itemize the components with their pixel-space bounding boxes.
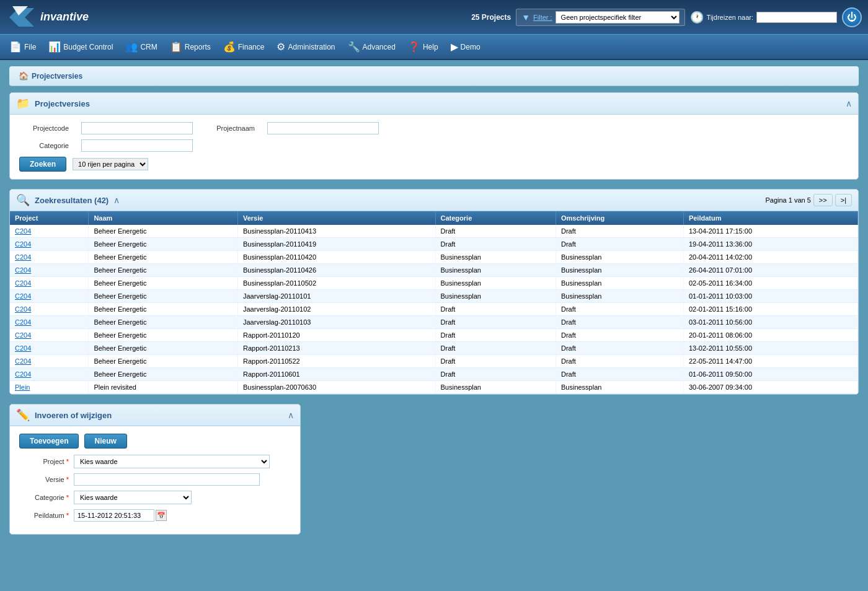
edit-versie-input[interactable]	[74, 473, 260, 486]
nav-label-reports: Reports	[185, 43, 211, 51]
nav-label-demo: Demo	[461, 43, 480, 51]
results-panel-icon: 🔍	[16, 193, 30, 207]
search-panel-title: Projectversies	[35, 99, 90, 108]
nav-label-finance: Finance	[238, 43, 265, 51]
filter-area: ▼ Filter : Geen projectspecifiek filter	[516, 9, 684, 26]
categorie-input[interactable]	[81, 139, 193, 152]
edit-panel-body: Toevoegen Nieuw Project * Kies waarde Ve…	[10, 426, 300, 534]
table-row: Plein Plein revisited Businessplan-20070…	[10, 381, 858, 394]
rows-per-page-select[interactable]: 10 rijen per pagina	[73, 158, 148, 170]
nav-label-file: File	[24, 43, 36, 51]
edit-peildatum-label: Peildatum *	[19, 512, 69, 519]
nav-item-finance[interactable]: 💰 Finance	[217, 38, 271, 56]
search-panel-collapse[interactable]: ∧	[846, 98, 852, 108]
cell-project[interactable]: C204	[10, 238, 89, 251]
table-row: C204 Beheer Energetic Rapport-20110213 D…	[10, 342, 858, 355]
edit-peildatum-input[interactable]	[74, 509, 154, 522]
cell-project[interactable]: C204	[10, 277, 89, 290]
cell-categorie: Draft	[435, 368, 556, 381]
new-button[interactable]: Nieuw	[84, 434, 127, 449]
logo-area: invantive	[6, 5, 89, 30]
cell-omschrijving: Draft	[556, 355, 683, 368]
projectcode-label: Projectcode	[19, 125, 69, 132]
cell-peildatum: 26-04-2011 07:01:00	[683, 264, 857, 277]
cell-categorie: Draft	[435, 355, 556, 368]
form-row-categorie: Categorie	[19, 139, 849, 152]
home-icon: 🏠	[19, 71, 29, 81]
table-row: C204 Beheer Energetic Rapport-20110522 D…	[10, 355, 858, 368]
edit-panel-collapse[interactable]: ∧	[288, 410, 294, 420]
results-table-container: Project Naam Versie Categorie Omschrijvi…	[10, 211, 858, 394]
cell-categorie: Businessplan	[435, 277, 556, 290]
col-naam: Naam	[89, 211, 238, 225]
cell-project[interactable]: C204	[10, 251, 89, 264]
tijdreizen-area: 🕐 Tijdreizen naar:	[690, 11, 837, 24]
results-panel-collapse[interactable]: ∧	[113, 195, 120, 205]
table-row: C204 Beheer Energetic Rapport-20110601 D…	[10, 368, 858, 381]
edit-versie-label: Versie *	[19, 476, 69, 483]
cell-categorie: Draft	[435, 303, 556, 316]
cell-naam: Beheer Energetic	[89, 368, 238, 381]
next-page-button[interactable]: >>	[813, 194, 833, 206]
cell-project[interactable]: C204	[10, 368, 89, 381]
edit-row-versie: Versie *	[19, 473, 291, 486]
search-button[interactable]: Zoeken	[19, 157, 66, 172]
cell-categorie: Businessplan	[435, 251, 556, 264]
cell-omschrijving: Draft	[556, 238, 683, 251]
nav-item-help[interactable]: ❓ Help	[402, 38, 445, 56]
cell-project[interactable]: C204	[10, 355, 89, 368]
col-project: Project	[10, 211, 89, 225]
cell-peildatum: 01-01-2011 10:03:00	[683, 290, 857, 303]
projectcode-input[interactable]	[81, 122, 193, 134]
cell-project[interactable]: C204	[10, 225, 89, 238]
cell-project[interactable]: C204	[10, 264, 89, 277]
edit-project-select[interactable]: Kies waarde	[74, 455, 270, 468]
edit-categorie-select[interactable]: Kies waarde	[74, 491, 192, 504]
cell-omschrijving: Draft	[556, 368, 683, 381]
calendar-icon[interactable]: 📅	[156, 510, 167, 521]
search-panel-header: 📁 Projectversies ∧	[10, 93, 858, 115]
edit-panel-title: Invoeren of wijzigen	[35, 411, 112, 420]
cell-naam: Beheer Energetic	[89, 303, 238, 316]
filter-select[interactable]: Geen projectspecifiek filter	[556, 11, 680, 24]
cell-peildatum: 03-01-2011 10:56:00	[683, 316, 857, 329]
nav-item-administration[interactable]: ⚙ Administration	[270, 38, 341, 56]
nav-item-demo[interactable]: ▶ Demo	[445, 38, 487, 56]
projectnaam-input[interactable]	[267, 122, 379, 134]
table-row: C204 Beheer Energetic Businessplan-20110…	[10, 251, 858, 264]
cell-project[interactable]: Plein	[10, 381, 89, 394]
nav-item-reports[interactable]: 📋 Reports	[164, 38, 217, 56]
cell-project[interactable]: C204	[10, 342, 89, 355]
nav-item-budget-control[interactable]: 📊 Budget Control	[42, 38, 119, 56]
results-table: Project Naam Versie Categorie Omschrijvi…	[10, 211, 858, 394]
cell-peildatum: 30-06-2007 09:34:00	[683, 381, 857, 394]
col-versie: Versie	[237, 211, 435, 225]
edit-project-label: Project *	[19, 458, 69, 465]
last-page-button[interactable]: >|	[835, 194, 852, 206]
add-button[interactable]: Toevoegen	[19, 434, 79, 449]
power-button[interactable]: ⏻	[842, 7, 862, 27]
tijdreizen-input[interactable]	[756, 12, 837, 23]
cell-project[interactable]: C204	[10, 303, 89, 316]
table-row: C204 Beheer Energetic Businessplan-20110…	[10, 225, 858, 238]
nav-item-file[interactable]: 📄 File	[3, 38, 42, 56]
cell-versie: Rapport-20110120	[237, 329, 435, 342]
col-categorie: Categorie	[435, 211, 556, 225]
nav-item-advanced[interactable]: 🔧 Advanced	[342, 38, 402, 56]
filter-link[interactable]: Filter :	[533, 14, 552, 21]
cell-categorie: Businessplan	[435, 264, 556, 277]
cell-versie: Jaarverslag-20110102	[237, 303, 435, 316]
cell-peildatum: 20-01-2011 08:06:00	[683, 329, 857, 342]
cell-peildatum: 13-02-2011 10:55:00	[683, 342, 857, 355]
cell-versie: Businessplan-20110413	[237, 225, 435, 238]
cell-naam: Beheer Energetic	[89, 238, 238, 251]
cell-categorie: Draft	[435, 329, 556, 342]
budget-icon: 📊	[48, 41, 61, 53]
col-omschrijving: Omschrijving	[556, 211, 683, 225]
cell-versie: Businessplan-20110502	[237, 277, 435, 290]
edit-panel-header: ✏️ Invoeren of wijzigen ∧	[10, 405, 300, 426]
cell-project[interactable]: C204	[10, 290, 89, 303]
cell-project[interactable]: C204	[10, 316, 89, 329]
nav-item-crm[interactable]: 👥 CRM	[119, 38, 163, 56]
cell-project[interactable]: C204	[10, 329, 89, 342]
